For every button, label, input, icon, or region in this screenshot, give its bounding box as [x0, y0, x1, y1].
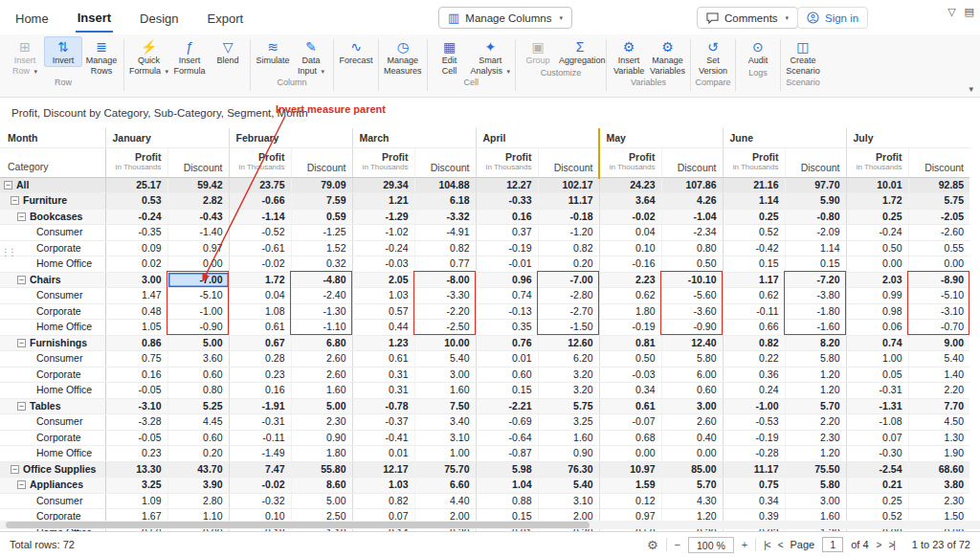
value-cell[interactable]: 107.86 [661, 177, 723, 193]
value-cell[interactable]: 5.40 [414, 351, 476, 368]
collapse-icon[interactable]: − [11, 196, 19, 205]
value-cell[interactable]: 0.82 [414, 240, 476, 256]
value-cell[interactable]: 0.20 [167, 446, 229, 462]
value-cell[interactable]: -0.90 [167, 320, 229, 336]
value-cell[interactable]: -1.60 [785, 320, 846, 336]
value-cell[interactable]: -2.54 [846, 461, 908, 478]
value-cell[interactable]: 10.01 [846, 177, 908, 193]
value-cell[interactable]: 5.90 [785, 193, 846, 210]
value-cell[interactable]: -0.24 [846, 225, 908, 241]
value-cell[interactable]: 2.80 [167, 493, 229, 509]
value-cell[interactable]: 5.98 [476, 461, 538, 478]
value-cell[interactable]: -0.43 [167, 209, 229, 225]
value-cell[interactable]: 0.15 [723, 256, 785, 273]
value-cell[interactable]: 3.90 [167, 478, 229, 494]
row-label[interactable]: −Furniture [0, 193, 105, 210]
row-label[interactable]: −Furnishings [0, 335, 105, 351]
simulate-button[interactable]: ≋Simulate [254, 36, 292, 67]
value-cell[interactable]: 0.07 [846, 430, 908, 446]
value-cell[interactable]: 0.21 [846, 478, 908, 494]
value-cell[interactable]: 0.34 [723, 493, 785, 509]
value-cell[interactable]: 3.25 [105, 478, 167, 494]
value-cell[interactable]: -7.00 [538, 272, 599, 288]
prev-page-button[interactable]: < [778, 540, 783, 550]
value-cell[interactable]: -1.49 [229, 446, 291, 462]
value-cell[interactable]: 2.20 [908, 383, 969, 399]
value-cell[interactable]: -0.05 [105, 430, 167, 446]
value-cell[interactable]: 0.74 [476, 288, 538, 304]
value-cell[interactable]: -10.10 [661, 272, 723, 288]
value-cell[interactable]: -1.31 [846, 398, 908, 414]
value-cell[interactable]: -1.91 [229, 398, 291, 414]
value-cell[interactable]: 3.80 [908, 478, 969, 494]
value-cell[interactable]: -4.91 [414, 225, 476, 241]
value-cell[interactable]: 8.60 [291, 478, 352, 494]
value-cell[interactable]: 6.80 [291, 335, 352, 351]
value-cell[interactable]: -2.80 [538, 288, 599, 304]
insert-variable-button[interactable]: ⚙InsertVariable [610, 36, 648, 77]
value-cell[interactable]: 10.00 [414, 335, 476, 351]
row-label[interactable]: Consumer [0, 351, 105, 368]
value-cell[interactable]: -2.20 [414, 303, 476, 320]
value-cell[interactable]: 5.25 [167, 398, 229, 414]
value-cell[interactable]: -1.80 [785, 303, 846, 320]
value-cell[interactable]: 0.00 [661, 446, 723, 462]
value-cell[interactable]: 1.72 [846, 193, 908, 210]
value-cell[interactable]: 1.09 [105, 493, 167, 509]
value-cell[interactable]: -2.21 [476, 398, 538, 414]
value-cell[interactable]: 0.75 [723, 478, 785, 494]
value-cell[interactable]: 0.36 [723, 367, 785, 383]
value-cell[interactable]: 24.23 [599, 177, 661, 193]
value-cell[interactable]: -2.05 [908, 209, 969, 225]
value-cell[interactable]: 0.00 [167, 256, 229, 273]
collapse-icon[interactable]: − [17, 402, 26, 411]
value-cell[interactable]: 10.97 [599, 461, 661, 478]
value-cell[interactable]: 102.17 [538, 177, 599, 193]
value-cell[interactable]: 0.60 [476, 367, 538, 383]
value-cell[interactable]: -0.35 [105, 225, 167, 241]
zoom-out-button[interactable]: − [675, 539, 680, 550]
value-cell[interactable]: 1.05 [105, 320, 167, 336]
profit-header[interactable]: Profitin Thousands [229, 147, 291, 177]
value-cell[interactable]: 5.00 [291, 398, 352, 414]
value-cell[interactable]: -2.34 [661, 225, 723, 241]
collapse-ribbon-icon[interactable]: ▾ [969, 84, 973, 94]
value-cell[interactable]: -3.32 [414, 209, 476, 225]
value-cell[interactable]: 3.40 [414, 414, 476, 431]
value-cell[interactable]: 0.50 [599, 351, 661, 368]
value-cell[interactable]: 0.01 [476, 351, 538, 368]
value-cell[interactable]: -0.11 [723, 303, 785, 320]
value-cell[interactable]: 3.20 [538, 383, 599, 399]
value-cell[interactable]: 6.20 [538, 351, 599, 368]
value-cell[interactable]: 0.88 [476, 493, 538, 509]
value-cell[interactable]: 0.55 [908, 240, 969, 256]
value-cell[interactable]: -0.61 [229, 240, 291, 256]
value-cell[interactable]: 3.64 [599, 193, 661, 210]
value-cell[interactable]: -3.60 [661, 303, 723, 320]
value-cell[interactable]: -0.19 [476, 240, 538, 256]
value-cell[interactable]: 0.16 [105, 367, 167, 383]
create-scenario-button[interactable]: ◫CreateScenario [784, 36, 822, 77]
value-cell[interactable]: 0.28 [229, 351, 291, 368]
value-cell[interactable]: 1.60 [291, 383, 352, 399]
value-cell[interactable]: 0.86 [105, 335, 167, 351]
value-cell[interactable]: 1.60 [538, 430, 599, 446]
value-cell[interactable]: -0.02 [229, 478, 291, 494]
value-cell[interactable]: 23.75 [229, 177, 291, 193]
filter-icon[interactable]: ▽ [947, 6, 955, 18]
value-cell[interactable]: 59.42 [167, 177, 229, 193]
value-cell[interactable]: 1.21 [352, 193, 414, 210]
value-cell[interactable]: 0.31 [352, 383, 414, 399]
value-cell[interactable]: 0.22 [723, 351, 785, 368]
value-cell[interactable]: 0.15 [476, 383, 538, 399]
value-cell[interactable]: 1.47 [105, 288, 167, 304]
value-cell[interactable]: 5.70 [785, 398, 846, 414]
value-cell[interactable]: 5.75 [908, 193, 969, 210]
value-cell[interactable]: 12.40 [661, 335, 723, 351]
value-cell[interactable]: 0.60 [167, 430, 229, 446]
month-column-header[interactable]: January [105, 128, 229, 147]
value-cell[interactable]: 2.30 [291, 414, 352, 431]
value-cell[interactable]: -0.01 [476, 256, 538, 273]
value-cell[interactable]: -0.32 [229, 493, 291, 509]
row-label[interactable]: Corporate [0, 430, 105, 446]
